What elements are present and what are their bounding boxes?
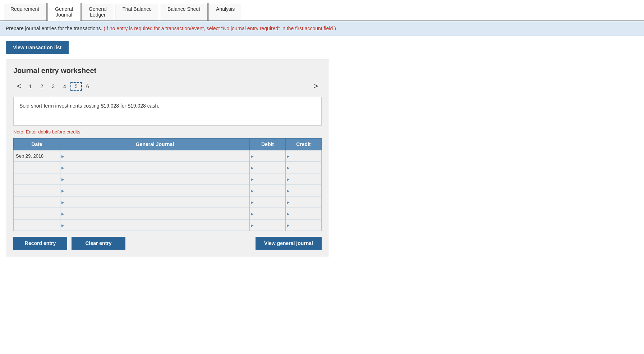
- header-journal: General Journal: [60, 139, 250, 150]
- debit-input-6[interactable]: [250, 208, 285, 219]
- table-row: [14, 196, 322, 208]
- page-2-button[interactable]: 2: [36, 82, 47, 91]
- journal-input-4[interactable]: [60, 185, 249, 196]
- journal-cell-2[interactable]: [60, 162, 250, 173]
- table-row: [14, 185, 322, 196]
- view-general-journal-button[interactable]: View general journal: [256, 237, 322, 250]
- credit-cell-4[interactable]: [286, 185, 322, 196]
- transaction-description: Sold short-term investments costing $19,…: [13, 97, 322, 126]
- journal-cell-7[interactable]: [60, 219, 250, 231]
- debit-cell-1[interactable]: [250, 150, 286, 162]
- journal-input-6[interactable]: [60, 208, 249, 219]
- tab-general-ledger[interactable]: GeneralLedger: [81, 3, 114, 21]
- journal-input-3[interactable]: [60, 173, 249, 185]
- record-entry-button[interactable]: Record entry: [13, 237, 67, 250]
- journal-input-5[interactable]: [60, 196, 249, 208]
- date-cell-7: [14, 219, 60, 231]
- date-cell-5: [14, 196, 60, 208]
- date-cell-1: Sep 29, 2018: [14, 150, 60, 162]
- worksheet-container: Journal entry worksheet < 1 2 3 4 5 6 > …: [6, 59, 329, 257]
- credit-input-5[interactable]: [286, 196, 321, 208]
- banner-static-text: Prepare journal entries for the transact…: [6, 26, 104, 31]
- credit-input-1[interactable]: [286, 150, 321, 162]
- debit-input-4[interactable]: [250, 185, 285, 196]
- journal-cell-3[interactable]: [60, 173, 250, 185]
- tab-requirement[interactable]: Requirement: [3, 3, 47, 21]
- debit-input-3[interactable]: [250, 173, 285, 185]
- page-4-button[interactable]: 4: [59, 82, 70, 91]
- date-cell-2: [14, 162, 60, 173]
- journal-cell-1[interactable]: [60, 150, 250, 162]
- credit-input-4[interactable]: [286, 185, 321, 196]
- date-cell-3: [14, 173, 60, 185]
- date-cell-4: [14, 185, 60, 196]
- debit-cell-4[interactable]: [250, 185, 286, 196]
- banner-red-text: (If no entry is required for a transacti…: [104, 26, 336, 31]
- debit-input-1[interactable]: [250, 150, 285, 162]
- tab-analysis[interactable]: Analysis: [208, 3, 242, 21]
- page-5-button[interactable]: 5: [70, 82, 82, 91]
- debit-input-5[interactable]: [250, 196, 285, 208]
- info-banner: Prepare journal entries for the transact…: [0, 21, 644, 36]
- debit-cell-7[interactable]: [250, 219, 286, 231]
- table-row: [14, 208, 322, 219]
- header-debit: Debit: [250, 139, 286, 150]
- debit-cell-2[interactable]: [250, 162, 286, 173]
- header-date: Date: [14, 139, 60, 150]
- credit-cell-2[interactable]: [286, 162, 322, 173]
- journal-input-1[interactable]: [60, 150, 249, 162]
- journal-input-7[interactable]: [60, 219, 249, 231]
- credit-cell-5[interactable]: [286, 196, 322, 208]
- credit-input-3[interactable]: [286, 173, 321, 185]
- debit-input-2[interactable]: [250, 162, 285, 173]
- tabs-container: Requirement GeneralJournal GeneralLedger…: [0, 0, 644, 21]
- tab-trial-balance[interactable]: Trial Balance: [115, 3, 159, 21]
- table-row: [14, 219, 322, 231]
- journal-table: Date General Journal Debit Credit Sep 29…: [13, 138, 322, 231]
- credit-cell-3[interactable]: [286, 173, 322, 185]
- debit-input-7[interactable]: [250, 219, 285, 231]
- credit-cell-7[interactable]: [286, 219, 322, 231]
- credit-cell-1[interactable]: [286, 150, 322, 162]
- note-text: Note: Enter debits before credits.: [13, 129, 322, 135]
- tab-general-journal[interactable]: GeneralJournal: [47, 3, 80, 21]
- journal-cell-5[interactable]: [60, 196, 250, 208]
- page-1-button[interactable]: 1: [25, 82, 36, 91]
- pagination: < 1 2 3 4 5 6 >: [13, 81, 322, 92]
- credit-input-7[interactable]: [286, 219, 321, 231]
- debit-cell-6[interactable]: [250, 208, 286, 219]
- page-3-button[interactable]: 3: [47, 82, 59, 91]
- page-6-button[interactable]: 6: [82, 82, 93, 91]
- table-row: [14, 162, 322, 173]
- clear-entry-button[interactable]: Clear entry: [72, 237, 125, 250]
- action-buttons: Record entry Clear entry View general jo…: [13, 237, 322, 250]
- credit-input-2[interactable]: [286, 162, 321, 173]
- next-page-button[interactable]: >: [310, 81, 322, 92]
- date-cell-6: [14, 208, 60, 219]
- journal-cell-6[interactable]: [60, 208, 250, 219]
- prev-page-button[interactable]: <: [13, 81, 25, 92]
- tab-balance-sheet[interactable]: Balance Sheet: [160, 3, 208, 21]
- view-transaction-button[interactable]: View transaction list: [6, 41, 69, 54]
- debit-cell-5[interactable]: [250, 196, 286, 208]
- debit-cell-3[interactable]: [250, 173, 286, 185]
- credit-input-6[interactable]: [286, 208, 321, 219]
- journal-cell-4[interactable]: [60, 185, 250, 196]
- worksheet-title: Journal entry worksheet: [13, 67, 322, 75]
- journal-input-2[interactable]: [60, 162, 249, 173]
- header-credit: Credit: [286, 139, 322, 150]
- table-row: [14, 173, 322, 185]
- credit-cell-6[interactable]: [286, 208, 322, 219]
- table-row: Sep 29, 2018: [14, 150, 322, 162]
